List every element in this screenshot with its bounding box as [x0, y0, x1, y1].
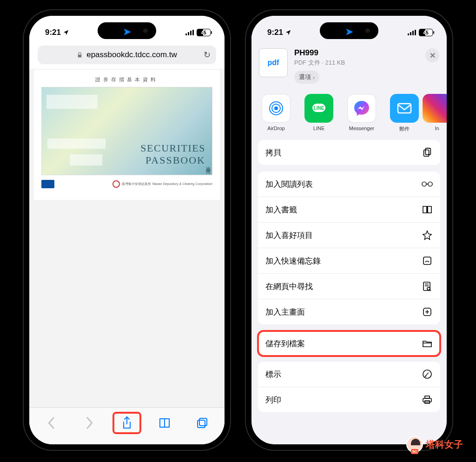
file-name: PH999: [294, 48, 419, 58]
passbook-image: SECURITIES PASSBOOK 證券存摺: [41, 87, 212, 175]
svg-point-11: [428, 182, 432, 186]
instagram-icon: [423, 94, 447, 123]
book-icon: [422, 204, 433, 215]
back-button[interactable]: [37, 412, 66, 434]
safari-address-bar: epassbookdc.tdcc.com.tw ↻: [29, 43, 225, 69]
bookmark-action[interactable]: 加入書籤: [258, 197, 440, 223]
page-content: 證券存摺基本資料 SECURITIES PASSBOOK 證券存摺 臺灣集: [29, 69, 225, 407]
document-preview: 證券存摺基本資料 SECURITIES PASSBOOK 證券存摺 臺灣集: [34, 70, 220, 200]
status-time: 9:21: [45, 28, 61, 37]
app-airdrop[interactable]: AirDrop: [259, 94, 293, 132]
watermark: 3C 塔科女子: [406, 436, 463, 453]
add-home-action[interactable]: 加入主畫面: [258, 299, 440, 324]
forward-button[interactable]: [75, 412, 104, 434]
mail-icon: [390, 94, 419, 123]
signal-icon: [408, 30, 416, 35]
url-field[interactable]: epassbookdc.tdcc.com.tw ↻: [38, 46, 216, 64]
reload-icon[interactable]: ↻: [204, 50, 211, 60]
phone-right: ➤ 9:21 45 pdf PH999 PDF 文件 · 211 KB: [245, 9, 453, 451]
svg-rect-0: [198, 420, 205, 428]
save-to-files-group: 儲存到檔案: [258, 331, 440, 356]
note-icon: [422, 255, 433, 266]
app-instagram[interactable]: In: [430, 94, 444, 132]
options-button[interactable]: 選項 ›: [294, 71, 319, 84]
markup-action[interactable]: 標示: [258, 362, 440, 387]
chevron-right-icon: ›: [313, 74, 315, 81]
airdrop-icon: [262, 94, 291, 123]
line-icon: LINE: [304, 94, 333, 123]
watermark-text: 塔科女子: [426, 438, 463, 451]
svg-rect-8: [424, 150, 429, 157]
location-icon: [63, 29, 69, 36]
svg-text:LINE: LINE: [314, 106, 324, 111]
actions-group-1: 加入閱讀列表 加入書籤 加入喜好項目: [258, 172, 440, 324]
svg-rect-1: [199, 418, 207, 426]
bookmarks-button[interactable]: [150, 412, 179, 434]
quick-note-action[interactable]: 加入快速備忘錄: [258, 248, 440, 274]
doc-title: 證券存摺基本資料: [41, 76, 212, 83]
svg-rect-18: [425, 396, 430, 398]
app-messenger[interactable]: Messenger: [344, 94, 379, 132]
battery-icon: 45: [419, 29, 433, 36]
save-to-files-action[interactable]: 儲存到檔案: [258, 331, 440, 356]
find-on-page-action[interactable]: 在網頁中尋找: [258, 274, 440, 299]
battery-icon: 45: [197, 29, 211, 36]
print-action[interactable]: 列印: [258, 387, 440, 412]
share-apps-row[interactable]: AirDrop LINE LINE Messenger: [251, 88, 447, 140]
url-text: epassbookdc.tdcc.com.tw: [86, 50, 177, 59]
pdf-thumbnail: pdf: [259, 48, 288, 77]
glasses-icon: [422, 178, 433, 190]
svg-rect-7: [398, 104, 411, 113]
markup-icon: [422, 369, 433, 380]
find-icon: [422, 281, 433, 292]
close-button[interactable]: ✕: [425, 48, 439, 62]
svg-rect-9: [425, 148, 430, 155]
navigation-arrow-icon: ➤: [345, 26, 353, 37]
navigation-arrow-icon: ➤: [123, 26, 131, 37]
bank-logo: [41, 180, 54, 188]
share-sheet-header: pdf PH999 PDF 文件 · 211 KB 選項 › ✕: [251, 43, 447, 88]
plus-square-icon: [422, 306, 433, 317]
share-button[interactable]: [112, 412, 141, 434]
svg-rect-17: [423, 398, 431, 402]
actions-group-2: 標示 列印: [258, 362, 440, 412]
favorite-action[interactable]: 加入喜好項目: [258, 223, 440, 248]
file-details: PDF 文件 · 211 KB: [294, 59, 419, 67]
svg-point-10: [422, 182, 426, 186]
phone-left: ➤ 9:21 45 epassbookdc: [23, 9, 231, 451]
location-icon: [285, 29, 291, 36]
print-icon: [422, 394, 433, 405]
star-icon: [422, 230, 433, 241]
folder-icon: [422, 338, 433, 349]
app-mail[interactable]: 郵件: [387, 94, 422, 132]
lock-icon: [77, 52, 83, 58]
copy-action[interactable]: 拷貝: [258, 140, 440, 165]
reading-list-action[interactable]: 加入閱讀列表: [258, 172, 440, 197]
tdcc-logo: 臺灣集中保管結算所 Taiwan Depository & Clearing C…: [112, 180, 212, 188]
app-line[interactable]: LINE LINE: [302, 94, 336, 132]
status-time: 9:21: [267, 28, 283, 37]
messenger-icon: [347, 94, 376, 123]
signal-icon: [185, 30, 194, 35]
copy-icon: [422, 147, 433, 158]
svg-point-2: [274, 106, 278, 110]
tabs-button[interactable]: [188, 412, 217, 434]
copy-group: 拷貝: [258, 140, 440, 165]
safari-toolbar: [29, 407, 225, 444]
